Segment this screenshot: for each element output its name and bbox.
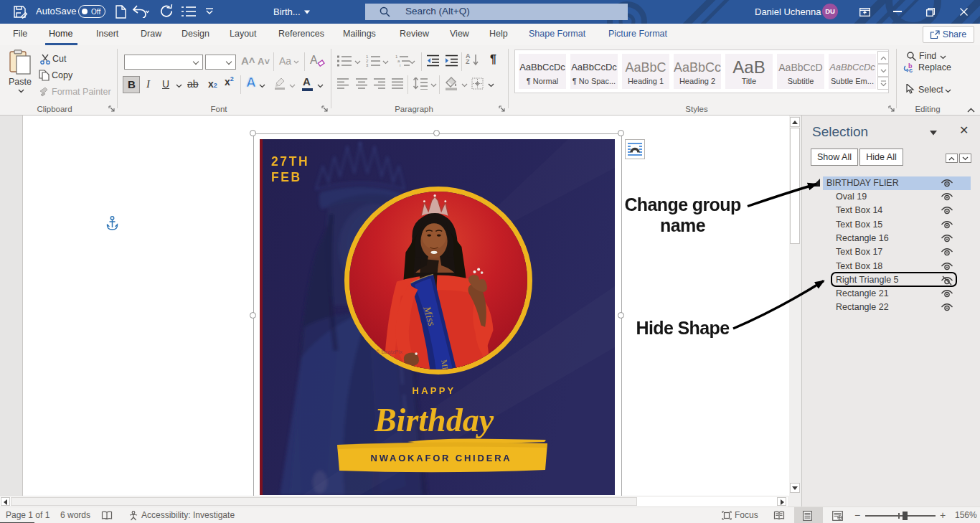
svg-text:Birthday: Birthday (374, 402, 494, 438)
svg-text:HAPPY: HAPPY (413, 385, 456, 396)
svg-text:FEB: FEB (271, 170, 302, 184)
svg-text:27TH: 27TH (271, 154, 309, 169)
svg-text:© BeatzPix: © BeatzPix (376, 349, 402, 355)
svg-text:c: c (909, 67, 913, 73)
svg-text:3: 3 (366, 63, 369, 67)
svg-text:i: i (400, 63, 400, 67)
svg-text:NWAOKAFOR CHIDERA: NWAOKAFOR CHIDERA (370, 453, 512, 463)
